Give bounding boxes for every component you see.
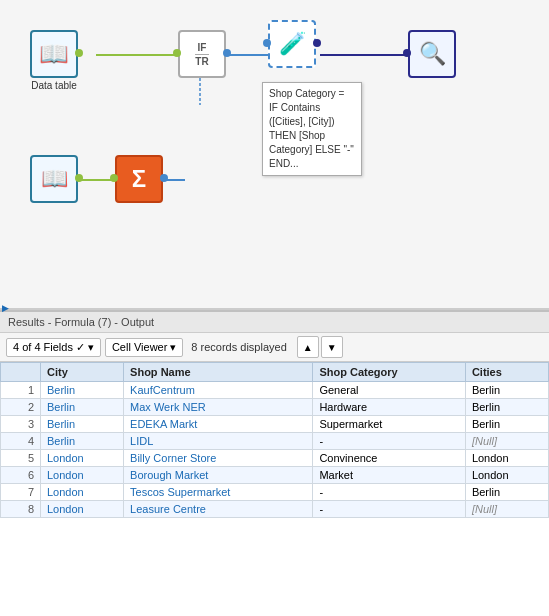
- node-data-table-1[interactable]: 📖 Data table: [30, 30, 78, 91]
- node-data-table-1-label: Data table: [31, 80, 77, 91]
- cell-record: 4: [1, 433, 41, 450]
- table-row[interactable]: 7 London Tescos Supermarket - Berlin: [1, 484, 549, 501]
- cell-record: 7: [1, 484, 41, 501]
- sort-desc-button[interactable]: ▼: [321, 336, 343, 358]
- col-header-cities[interactable]: Cities: [465, 363, 548, 382]
- cell-shopname: EDEKA Markt: [124, 416, 313, 433]
- cell-shopcategory: General: [313, 382, 465, 399]
- cell-shopname: LIDL: [124, 433, 313, 450]
- col-header-shopname[interactable]: Shop Name: [124, 363, 313, 382]
- results-toolbar: 4 of 4 Fields ✓ ▾ Cell Viewer ▾ 8 record…: [0, 333, 549, 362]
- cell-cities: Berlin: [465, 382, 548, 399]
- col-header-city[interactable]: City: [41, 363, 124, 382]
- cell-cities: London: [465, 467, 548, 484]
- cell-shopcategory: -: [313, 501, 465, 518]
- node-summarize[interactable]: Σ: [115, 155, 163, 203]
- chevron-down-icon: ▾: [88, 341, 94, 354]
- cell-shopcategory: Hardware: [313, 399, 465, 416]
- cell-shopname: Billy Corner Store: [124, 450, 313, 467]
- cell-viewer-selector[interactable]: Cell Viewer ▾: [105, 338, 183, 357]
- cell-shopcategory: -: [313, 433, 465, 450]
- cell-city: Berlin: [41, 382, 124, 399]
- cell-city: London: [41, 501, 124, 518]
- cell-record: 6: [1, 467, 41, 484]
- cell-shopcategory: Supermarket: [313, 416, 465, 433]
- cell-record: 2: [1, 399, 41, 416]
- table-row[interactable]: 3 Berlin EDEKA Markt Supermarket Berlin: [1, 416, 549, 433]
- node-formula[interactable]: 🧪: [268, 20, 316, 68]
- node-data-table-2[interactable]: 📖: [30, 155, 78, 203]
- table-row[interactable]: 1 Berlin KaufCentrum General Berlin: [1, 382, 549, 399]
- cell-city: London: [41, 467, 124, 484]
- cell-record: 1: [1, 382, 41, 399]
- results-title: Results - Formula (7) - Output: [8, 316, 154, 328]
- formula-tooltip: Shop Category = IF Contains ([Cities], […: [262, 82, 362, 176]
- cell-city: Berlin: [41, 433, 124, 450]
- cell-shopname: Borough Market: [124, 467, 313, 484]
- cell-city: London: [41, 484, 124, 501]
- records-count: 8 records displayed: [191, 341, 286, 353]
- cell-shopcategory: Market: [313, 467, 465, 484]
- checkmark-icon: ✓: [76, 341, 85, 354]
- cell-cities: Berlin: [465, 399, 548, 416]
- col-header-shopcategory[interactable]: Shop Category: [313, 363, 465, 382]
- cell-city: Berlin: [41, 416, 124, 433]
- cell-record: 3: [1, 416, 41, 433]
- col-header-record: [1, 363, 41, 382]
- cell-viewer-label: Cell Viewer: [112, 341, 167, 353]
- node-filter[interactable]: IF TR: [178, 30, 226, 78]
- results-panel: Results - Formula (7) - Output 4 of 4 Fi…: [0, 310, 549, 616]
- chevron-down-icon-2: ▾: [170, 341, 176, 354]
- fields-selector[interactable]: 4 of 4 Fields ✓ ▾: [6, 338, 101, 357]
- table-row[interactable]: 2 Berlin Max Werk NER Hardware Berlin: [1, 399, 549, 416]
- fields-label: 4 of 4 Fields: [13, 341, 73, 353]
- sort-asc-button[interactable]: ▲: [297, 336, 319, 358]
- cell-shopcategory: -: [313, 484, 465, 501]
- data-table[interactable]: City Shop Name Shop Category Cities 1 Be…: [0, 362, 549, 616]
- table-row[interactable]: 8 London Leasure Centre - [Null]: [1, 501, 549, 518]
- table-row[interactable]: 6 London Borough Market Market London: [1, 467, 549, 484]
- cell-record: 5: [1, 450, 41, 467]
- cell-city: Berlin: [41, 399, 124, 416]
- results-header: Results - Formula (7) - Output: [0, 312, 549, 333]
- cell-record: 8: [1, 501, 41, 518]
- cell-cities: Berlin: [465, 484, 548, 501]
- node-browse[interactable]: 🔍: [408, 30, 456, 78]
- cell-cities: [Null]: [465, 501, 548, 518]
- cell-cities: [Null]: [465, 433, 548, 450]
- navigation-buttons: ▲ ▼: [297, 336, 343, 358]
- table-header-row: City Shop Name Shop Category Cities: [1, 363, 549, 382]
- cell-shopname: Max Werk NER: [124, 399, 313, 416]
- cell-shopname: Leasure Centre: [124, 501, 313, 518]
- cell-shopcategory: Convinence: [313, 450, 465, 467]
- cell-city: London: [41, 450, 124, 467]
- cell-cities: Berlin: [465, 416, 548, 433]
- workflow-canvas: 📖 Data table IF TR 🧪 🔍 Shop Category = I…: [0, 0, 549, 310]
- tooltip-text: Shop Category = IF Contains ([Cities], […: [269, 88, 354, 169]
- table-row[interactable]: 5 London Billy Corner Store Convinence L…: [1, 450, 549, 467]
- table-row[interactable]: 4 Berlin LIDL - [Null]: [1, 433, 549, 450]
- cell-cities: London: [465, 450, 548, 467]
- cell-shopname: Tescos Supermarket: [124, 484, 313, 501]
- cell-shopname: KaufCentrum: [124, 382, 313, 399]
